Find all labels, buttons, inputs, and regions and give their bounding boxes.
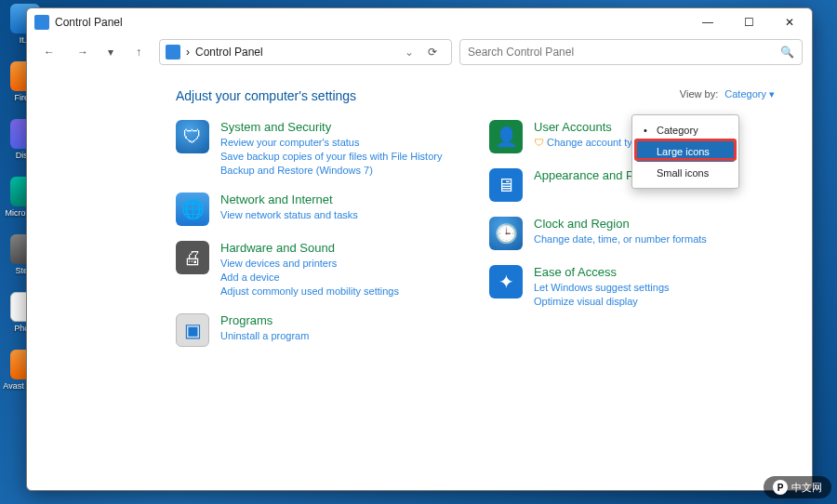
left-column: 🛡 System and Security Review your comput… — [176, 120, 461, 362]
category-link[interactable]: Uninstall a program — [220, 329, 309, 343]
category-link[interactable]: 🛡 Change account type — [534, 136, 644, 150]
nav-toolbar: ← → ▾ ↑ › Control Panel ⌄ ⟳ Search Contr… — [27, 36, 812, 68]
category-title[interactable]: Clock and Region — [534, 217, 707, 231]
close-button[interactable]: ✕ — [769, 8, 810, 36]
breadcrumb-separator: › — [186, 46, 190, 59]
menu-item-large-icons[interactable]: Large icons — [636, 141, 735, 162]
control-panel-icon — [34, 15, 49, 30]
category-title[interactable]: Ease of Access — [534, 265, 670, 279]
search-icon: 🔍 — [780, 46, 794, 59]
programs-icon: ▣ — [176, 313, 209, 347]
menu-item-category[interactable]: Category — [636, 120, 735, 140]
control-panel-icon — [166, 45, 180, 60]
window-title: Control Panel — [55, 16, 687, 29]
clock-icon: 🕒 — [489, 217, 523, 250]
category-title[interactable]: User Accounts — [534, 120, 644, 134]
minimize-button[interactable]: — — [687, 8, 728, 36]
category-programs: ▣ Programs Uninstall a program — [176, 313, 461, 347]
monitor-icon: 🖥 — [489, 168, 523, 202]
category-link[interactable]: Backup and Restore (Windows 7) — [220, 164, 442, 178]
view-by-control: View by: Category ▾ Category Large icons… — [680, 88, 775, 100]
category-link[interactable]: Optimize visual display — [534, 295, 670, 309]
globe-icon: 🌐 — [176, 192, 209, 226]
category-title[interactable]: Network and Internet — [220, 192, 358, 206]
category-link[interactable]: Change date, time, or number formats — [534, 232, 707, 246]
shield-icon: 🛡 — [176, 120, 209, 153]
ease-icon: ✦ — [489, 265, 523, 298]
category-link[interactable]: Review your computer's status — [220, 136, 442, 150]
category-clock-region: 🕒 Clock and Region Change date, time, or… — [489, 217, 775, 250]
content-area: Adjust your computer's settings View by:… — [27, 75, 812, 490]
breadcrumb-item[interactable]: Control Panel — [195, 46, 263, 59]
category-title[interactable]: System and Security — [220, 120, 442, 134]
address-bar[interactable]: › Control Panel ⌄ ⟳ — [159, 39, 452, 65]
php-logo-icon: P — [773, 480, 788, 495]
category-hardware-sound: 🖨 Hardware and Sound View devices and pr… — [176, 241, 461, 298]
category-link[interactable]: Save backup copies of your files with Fi… — [220, 150, 442, 164]
refresh-button[interactable]: ⟳ — [419, 46, 445, 59]
maximize-button[interactable]: ☐ — [728, 8, 769, 36]
search-input[interactable]: Search Control Panel 🔍 — [459, 39, 803, 65]
user-icon: 👤 — [489, 120, 523, 153]
control-panel-window: Control Panel — ☐ ✕ ← → ▾ ↑ › Control Pa… — [26, 7, 813, 491]
view-by-menu: Category Large icons Small icons — [631, 114, 739, 189]
menu-item-small-icons[interactable]: Small icons — [636, 163, 735, 183]
titlebar: Control Panel — ☐ ✕ — [27, 8, 812, 36]
category-link[interactable]: Add a device — [220, 271, 399, 285]
view-by-dropdown[interactable]: Category ▾ — [724, 88, 775, 99]
view-by-label: View by: — [680, 88, 718, 99]
uac-shield-icon: 🛡 — [534, 137, 547, 148]
category-link[interactable]: Let Windows suggest settings — [534, 281, 670, 295]
category-network-internet: 🌐 Network and Internet View network stat… — [176, 192, 461, 226]
category-link[interactable]: View network status and tasks — [220, 208, 358, 222]
category-title[interactable]: Programs — [220, 313, 309, 327]
up-button[interactable]: ↑ — [126, 39, 152, 65]
printer-icon: 🖨 — [176, 241, 209, 274]
watermark: P 中文网 — [764, 476, 831, 498]
category-system-security: 🛡 System and Security Review your comput… — [176, 120, 461, 178]
recent-locations-button[interactable]: ▾ — [103, 39, 118, 65]
back-button[interactable]: ← — [36, 39, 62, 65]
chevron-down-icon[interactable]: ⌄ — [405, 46, 414, 59]
category-link[interactable]: View devices and printers — [220, 257, 399, 271]
forward-button[interactable]: → — [70, 39, 96, 65]
category-link[interactable]: Adjust commonly used mobility settings — [220, 285, 399, 298]
category-title[interactable]: Hardware and Sound — [220, 241, 399, 255]
category-ease-of-access: ✦ Ease of Access Let Windows suggest set… — [489, 265, 775, 309]
search-placeholder: Search Control Panel — [468, 46, 574, 59]
